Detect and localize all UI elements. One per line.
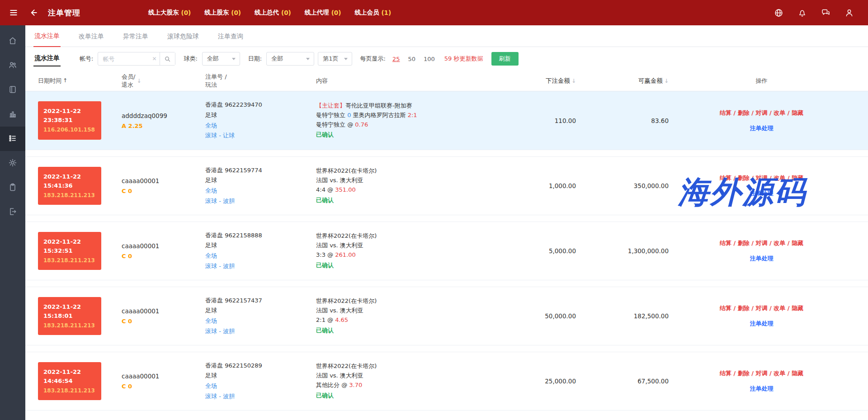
hide-link[interactable]: 隐藏 — [785, 240, 803, 246]
process-order-link[interactable]: 注单处理 — [750, 255, 774, 263]
process-order-link[interactable]: 注单处理 — [750, 189, 774, 198]
hide-link[interactable]: 隐藏 — [785, 370, 803, 377]
settle-link[interactable]: 结算 — [720, 305, 731, 311]
match-line: 法国 vs. 澳大利亚 — [316, 306, 497, 316]
process-order-link[interactable]: 注单处理 — [750, 124, 774, 132]
bet-time-badge: 2022-11-22 15:41:36 183.218.211.213 — [38, 167, 101, 205]
play-type-link[interactable]: 滚球 - 波胆 — [205, 198, 235, 204]
swap-link[interactable]: 对调 — [750, 305, 768, 311]
sidebar-item-reports[interactable] — [0, 78, 25, 102]
header-member-rebate[interactable]: 会员/ 退水↓ — [122, 73, 205, 89]
nav-count: (0) — [181, 9, 191, 16]
tab-rolling-danger-ball[interactable]: 滚球危险球 — [166, 33, 200, 47]
filter-bar: 流水注单 帐号: ✕ 球类: 全部 日期: 全部 第1页 每页显示: 25 50… — [25, 47, 868, 71]
delete-link[interactable]: 删除 — [731, 175, 750, 181]
sidebar-item-users[interactable] — [0, 53, 25, 78]
nav-online-major-shareholder[interactable]: 线上大股东(0) — [148, 9, 191, 17]
nav-label: 线上股东 — [204, 9, 229, 17]
ball-type-label: 球类: — [184, 55, 197, 63]
header-label: 日期时间 — [38, 77, 61, 85]
status-badge: 已确认 — [316, 326, 497, 335]
nav-online-shareholder[interactable]: 线上股东(0) — [204, 9, 241, 17]
clear-icon[interactable]: ✕ — [149, 56, 160, 62]
header-bet-amount[interactable]: 下注金额↓ — [497, 76, 576, 85]
sort-desc-icon: ↓ — [664, 78, 669, 84]
per-page-100[interactable]: 100 — [424, 56, 435, 62]
ball-type-select[interactable]: 全部 — [202, 52, 240, 66]
header-datetime[interactable]: 日期时间↑ — [38, 77, 122, 85]
scope-link[interactable]: 全场 — [205, 382, 217, 389]
play-type-link[interactable]: 滚球 - 让球 — [205, 132, 235, 139]
sidebar-item-home[interactable] — [0, 29, 25, 53]
per-page-50[interactable]: 50 — [408, 56, 415, 62]
modify-link[interactable]: 改单 — [768, 305, 786, 311]
sidebar-item-logout[interactable] — [0, 200, 25, 224]
header-label: 操作 — [756, 77, 768, 85]
nav-online-member[interactable]: 线上会员(1) — [354, 9, 391, 17]
ip-address: 183.218.211.213 — [43, 321, 96, 330]
swap-link[interactable]: 对调 — [750, 109, 768, 116]
user-icon[interactable] — [844, 7, 854, 18]
hide-link[interactable]: 隐藏 — [785, 305, 803, 311]
nav-online-agent[interactable]: 线上代理(0) — [305, 9, 341, 17]
ip-address: 183.218.211.213 — [43, 256, 96, 265]
hide-link[interactable]: 隐藏 — [785, 109, 803, 116]
settle-link[interactable]: 结算 — [720, 109, 731, 116]
per-page-25[interactable]: 25 — [392, 56, 400, 62]
settle-link[interactable]: 结算 — [720, 370, 731, 377]
bell-icon[interactable] — [797, 7, 807, 18]
header-label: 会员/ 退水 — [122, 73, 135, 89]
swap-link[interactable]: 对调 — [750, 370, 768, 377]
refresh-button[interactable]: 刷新 — [491, 52, 519, 66]
bet-amount: 5,000.00 — [497, 247, 576, 255]
bet-time-badge: 2022-11-22 15:32:51 183.218.211.213 — [38, 232, 101, 270]
play-type-link[interactable]: 滚球 - 波胆 — [205, 393, 235, 400]
play-type-link[interactable]: 滚球 - 波胆 — [205, 263, 235, 269]
tab-abnormal-orders[interactable]: 异常注单 — [122, 33, 149, 47]
play-type-link[interactable]: 滚球 - 波胆 — [205, 328, 235, 335]
scope-link[interactable]: 全场 — [205, 187, 217, 194]
modify-link[interactable]: 改单 — [768, 240, 786, 246]
bet-time: 23:38:31 — [43, 116, 96, 125]
hide-link[interactable]: 隐藏 — [785, 175, 803, 181]
delete-link[interactable]: 删除 — [731, 109, 750, 116]
modify-link[interactable]: 改单 — [768, 175, 786, 181]
sidebar-item-records[interactable] — [0, 175, 25, 200]
scope-link[interactable]: 全场 — [205, 317, 217, 324]
search-icon[interactable] — [160, 52, 175, 65]
pick-selection: 2:1 @ — [316, 316, 335, 323]
modify-link[interactable]: 改单 — [768, 370, 786, 377]
swap-link[interactable]: 对调 — [750, 240, 768, 246]
tab-modified-orders[interactable]: 改单注单 — [78, 33, 105, 47]
sidebar-item-settings[interactable] — [0, 151, 25, 175]
match-line: 法国 vs. 澳大利亚 — [316, 241, 497, 250]
scope-link[interactable]: 全场 — [205, 122, 217, 129]
scope-link[interactable]: 全场 — [205, 252, 217, 259]
header-actions: 操作 — [669, 77, 854, 85]
process-order-link[interactable]: 注单处理 — [750, 385, 774, 393]
globe-icon[interactable] — [773, 7, 784, 18]
date-select[interactable]: 全部 — [266, 52, 314, 66]
order-number: 香港盘 9622159774 — [205, 165, 316, 176]
settle-link[interactable]: 结算 — [720, 175, 731, 181]
settle-link[interactable]: 结算 — [720, 240, 731, 246]
menu-icon[interactable] — [8, 7, 19, 18]
tab-order-search[interactable]: 注单查询 — [217, 33, 244, 47]
process-order-link[interactable]: 注单处理 — [750, 320, 774, 328]
pick-line: 2:1 @ 4.65 — [316, 316, 497, 325]
messages-icon[interactable] — [820, 7, 831, 18]
delete-link[interactable]: 删除 — [731, 305, 750, 311]
delete-link[interactable]: 删除 — [731, 240, 750, 246]
account-input[interactable] — [98, 56, 149, 62]
delete-link[interactable]: 删除 — [731, 370, 750, 377]
back-icon[interactable] — [28, 7, 39, 18]
tab-flow-orders[interactable]: 流水注单 — [33, 32, 61, 47]
page-select[interactable]: 第1页 — [318, 52, 352, 66]
header-winnable-amount[interactable]: 可赢金额↓ — [576, 76, 669, 85]
league-line: 世界杯2022(在卡塔尔) — [316, 297, 497, 306]
nav-online-master-agent[interactable]: 线上总代(0) — [255, 9, 291, 17]
sidebar-item-statistics[interactable] — [0, 102, 25, 127]
modify-link[interactable]: 改单 — [768, 109, 786, 116]
swap-link[interactable]: 对调 — [750, 175, 768, 181]
sidebar-item-orders[interactable] — [0, 127, 25, 151]
